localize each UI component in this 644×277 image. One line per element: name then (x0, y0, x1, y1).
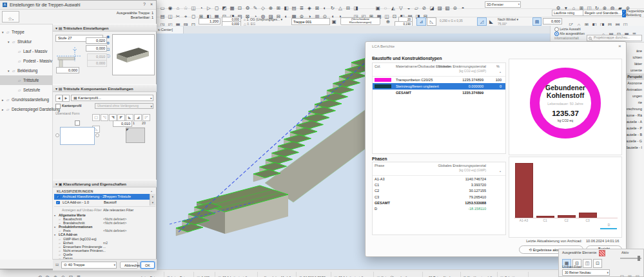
statusbar-dropdown[interactable]: ▤Schattierung▸ (498, 272, 529, 277)
tree-item[interactable]: ▾▱Struktur (0, 37, 52, 46)
preview-checkbox[interactable] (75, 120, 80, 126)
material-preview-box[interactable]: ◤ (126, 128, 145, 143)
dialog-title-bar[interactable]: A Einstellungen für die Treppen-Auswahl … (0, 1, 156, 10)
scale-field[interactable]: 1,200 (199, 18, 220, 24)
palette-link-icon[interactable]: ⊞ (627, 273, 634, 277)
statusbar-nav-icon[interactable]: ⊡ (68, 274, 75, 277)
close-icon[interactable]: × (618, 43, 621, 49)
stair-geometry-toggle-icon[interactable]: ◺ (427, 17, 436, 26)
check-icon[interactable]: ✓ (56, 195, 60, 199)
prev-component-button[interactable]: ◀ (55, 95, 63, 102)
stair-width-icon[interactable]: ▤ (532, 17, 542, 26)
add-classification-icon[interactable]: ⊕ (385, 18, 392, 25)
step-3d-preview[interactable] (112, 34, 155, 75)
statusbar-nav-icon[interactable]: ≣ (75, 274, 83, 277)
pen-weight-field[interactable]: 0,010 (113, 120, 132, 127)
dropdown-icon[interactable]: ▾ (150, 194, 155, 200)
section-header-komponenten[interactable]: ▾ ▤ Trittstufe Komponenten Einstellungen (53, 84, 157, 92)
overhang-form-button[interactable]: ◹ (101, 114, 108, 121)
statusbar-dropdown[interactable]: ▤00 Arbeitseinstellung▸ (331, 272, 374, 277)
statusbar-dropdown[interactable]: ◔00 Reiner Neubau▸ (423, 272, 461, 277)
tree-item[interactable]: ▱Setzstufe (0, 85, 52, 95)
tab-drag-dots-icon[interactable]: ···· (396, 27, 404, 31)
dropdown-icon[interactable]: ▾ (150, 200, 155, 205)
statusbar-dropdown[interactable]: ⊡04 S/W 1:20/50▸ (297, 272, 331, 277)
layer-select[interactable]: ⊙ 40 Treppe▾ (61, 262, 117, 269)
scroll-up-icon[interactable]: ▴ (151, 189, 152, 193)
close-icon[interactable]: × (150, 2, 153, 6)
statusbar-nav-icon[interactable]: ↶ (37, 274, 44, 277)
scroll-up-icon[interactable]: ▴ (500, 169, 501, 173)
renovation-filter-select[interactable]: 30 Reiner Neubau▾ (562, 269, 610, 276)
walking-line-dropdown[interactable]: Lauflinie nötig▸ (552, 10, 587, 16)
stair-turn-icon[interactable]: ◣ (488, 18, 495, 25)
project-search-input[interactable]: Projektmappe durchsu... (587, 35, 642, 41)
tree-caret-icon[interactable]: ▾ (8, 37, 12, 47)
statusbar-dropdown[interactable]: ◔Komplettes Modell▸ (258, 272, 296, 277)
statusbar-dropdown[interactable]: ⊡keine Daten▸ (164, 272, 194, 277)
statusbar-nav-icon[interactable]: ⊖ (60, 274, 67, 277)
tree-item[interactable]: ▾▱Treppe (0, 27, 52, 37)
check-icon[interactable]: ✓ (56, 201, 60, 205)
statusbar-nav-icon[interactable]: ⊕ (52, 274, 59, 277)
statusbar-dropdown[interactable]: ▤1:100▸ (194, 272, 215, 277)
tab-fragment[interactable]: s-Center] (157, 26, 184, 33)
section-header-klassifizierung[interactable]: ▾ ▣ Klassifizierung und Eigenschaften (53, 180, 157, 187)
phase-row[interactable]: C379.265410 (373, 195, 505, 200)
tread-thickness-field[interactable]: 0,020 (86, 37, 107, 44)
3d-window-dropdown[interactable]: 3D-Fenster▾ (485, 1, 521, 8)
classification-button[interactable]: (Verschiedene Klassifizierungen) (340, 17, 380, 25)
handle-dot-icon[interactable] (55, 133, 59, 137)
phase-row[interactable]: D-18.158110 (373, 206, 505, 212)
checkbox-treppenkoerper[interactable]: ✓ Treppenkörper (622, 10, 644, 14)
next-component-button[interactable]: ▶ (63, 95, 70, 102)
radio-alle-ausgewaehlten[interactable]: Alle ausgewählten (554, 32, 585, 36)
tree-caret-icon[interactable]: ▾ (2, 28, 6, 37)
classification-row[interactable]: ✓LCA Add-on - 1.0Baustoff▾ (54, 200, 155, 205)
statusbar-nav-icon[interactable]: ↷ (44, 274, 52, 277)
tree-caret-icon[interactable]: ▸ (2, 105, 6, 115)
percent-header[interactable]: % (496, 64, 500, 68)
palette-link-icon[interactable]: ⊡ (619, 273, 626, 277)
classification-row[interactable]: ✓Archicad Klassifizierung - 27Treppen Tr… (54, 194, 155, 200)
kantenprofil-checkbox[interactable] (55, 104, 61, 109)
material-row[interactable]: Steinzeugfliesen unglasiert0.0000000 (373, 83, 505, 90)
phase-header[interactable]: Phase (375, 164, 384, 167)
tread-offset-field[interactable]: 0,000 (86, 45, 107, 52)
winkel-dropdown[interactable]: Nach Winkel ▾ (498, 17, 518, 21)
winder-toggle-icon[interactable]: ◿ (477, 17, 487, 26)
scroll-up-icon[interactable]: ▴ (500, 70, 501, 73)
phase-row[interactable]: GESAMT1253.533088 (373, 200, 505, 206)
tree-caret-icon[interactable]: ▸ (2, 95, 6, 105)
element-id-icon[interactable]: ▣ (331, 18, 338, 25)
tree-item[interactable]: ▸▱Grundrissdarstellung (0, 95, 52, 104)
phase-row[interactable]: A1-A31140.746724 (373, 177, 505, 182)
material-row[interactable]: GESAMT1235.374899 (373, 90, 505, 96)
tree-item[interactable]: ▱Lauf - Massiv (0, 46, 52, 56)
phase-row[interactable]: C13.393720 (373, 182, 505, 188)
stair-geometry-toggle-icon[interactable]: ⊿ (416, 17, 426, 26)
section-header-trittstufen[interactable]: ▾ ▤ Trittstufen Einstellungen (53, 24, 157, 32)
tree-item[interactable]: ▱Podest - Massiv (0, 56, 52, 66)
phase-row[interactable]: C230.127155 (373, 188, 505, 194)
ok-button[interactable]: OK (141, 262, 155, 269)
col-header[interactable]: Col. (375, 64, 381, 68)
palette-link-icon[interactable]: ⊟ (634, 273, 641, 277)
favorites-button[interactable]: ☆▾ (2, 11, 19, 23)
nosing-field[interactable]: 0,000 (56, 67, 79, 73)
radio-letzte-auswahl[interactable]: Letzte Auswahl (554, 27, 581, 32)
overhang-form-button[interactable]: ▢ (92, 114, 100, 121)
stair-width-field[interactable]: 0,600 (543, 18, 562, 24)
rules-standards-dropdown[interactable]: Regeln und Standards...▸ (583, 10, 627, 16)
palette-display-icon[interactable]: ⊡ (593, 259, 602, 268)
palette-display-icon[interactable]: ◫ (583, 259, 592, 268)
handle-dot-icon[interactable] (95, 133, 99, 137)
material-row[interactable]: Transportbeton C20/251235.374899100 (373, 77, 505, 83)
statusbar-dropdown[interactable]: ⊡Nur Hauptmodell▸ (461, 272, 498, 277)
statusbar-dropdown[interactable]: ◫Keine Überschreibungen▸ (374, 272, 422, 277)
overhang-form-button[interactable]: ◸ (142, 114, 150, 121)
help-icon[interactable]: ? (143, 2, 146, 6)
stair-name-input[interactable] (291, 18, 330, 25)
tree-item[interactable]: ▱Trittstufe (0, 75, 52, 85)
edge-profile-select[interactable]: ▤ Kantenprofil...▸ (71, 95, 153, 101)
